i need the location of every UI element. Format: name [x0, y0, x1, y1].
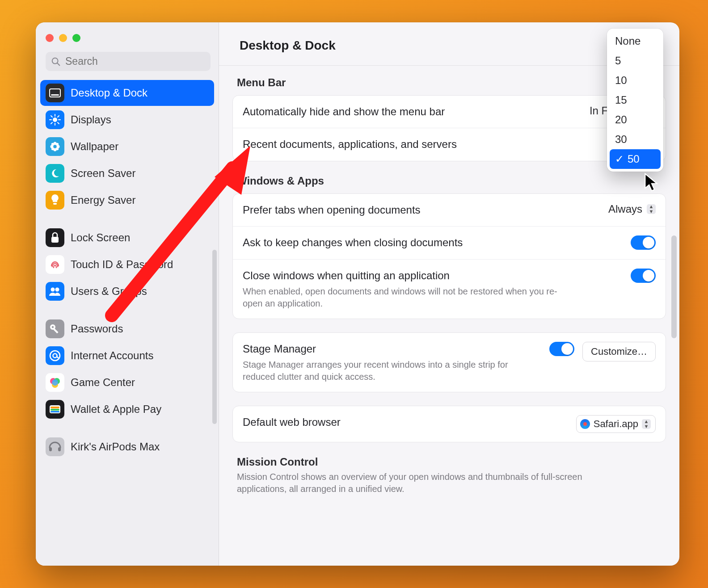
updown-caret-icon: ▲▼ [642, 419, 651, 429]
prefer-tabs-popup[interactable]: Always ▲▼ [608, 203, 656, 215]
stage-manager-desc: Stage Manager arranges your recent windo… [243, 359, 541, 383]
prefer-tabs-row: Prefer tabs when opening documents Alway… [233, 194, 666, 227]
sidebar-item-displays[interactable]: Displays [40, 107, 214, 133]
dropdown-option-20[interactable]: 20 [610, 110, 661, 130]
sidebar-item-internet-acct[interactable]: Internet Accounts [40, 343, 214, 369]
dropdown-option-30[interactable]: 30 [610, 130, 661, 149]
svg-point-30 [53, 354, 57, 358]
search-input[interactable] [65, 55, 205, 67]
sidebar-item-lock-screen[interactable]: Lock Screen [40, 225, 214, 251]
system-settings-window: Desktop & DockDisplaysWallpaperScreen Sa… [36, 22, 679, 566]
prefer-tabs-value-text: Always [608, 203, 642, 215]
svg-point-21 [54, 145, 56, 148]
airpods-icon [46, 437, 64, 456]
sidebar-item-wallpaper[interactable]: Wallpaper [40, 134, 214, 160]
recent-items-dropdown[interactable]: None510152030✓50 [607, 29, 663, 172]
sidebar-item-label: Game Center [71, 376, 135, 389]
recent-items-row: Recent documents, applications, and serv… [233, 128, 666, 160]
sidebar-item-label: Displays [71, 113, 111, 126]
sidebar-item-label: Users & Groups [71, 285, 147, 298]
svg-rect-39 [49, 447, 52, 451]
search-field-wrap[interactable] [46, 52, 211, 71]
sidebar-item-label: Wallet & Apple Pay [71, 403, 161, 416]
mouse-cursor-icon [644, 172, 660, 192]
lock-screen-icon [46, 228, 64, 247]
close-windows-quit-toggle[interactable] [631, 269, 656, 283]
autohide-menubar-label: Automatically hide and show the menu bar [243, 105, 582, 119]
svg-point-24 [51, 288, 55, 292]
dropdown-option-10[interactable]: 10 [610, 71, 661, 90]
sidebar-scrollbar[interactable] [212, 250, 217, 424]
section-mission-control-title: Mission Control [237, 456, 666, 468]
dropdown-option-50[interactable]: ✓50 [610, 149, 661, 169]
wallpaper-icon [46, 137, 64, 156]
close-windows-quit-row: Close windows when quitting an applicati… [233, 260, 666, 319]
desktop-dock-icon [46, 84, 64, 102]
stage-manager-row: Stage Manager Stage Manager arranges you… [233, 333, 666, 392]
default-browser-popup[interactable]: Safari.app ▲▼ [576, 415, 656, 433]
ask-keep-changes-toggle[interactable] [631, 235, 656, 250]
sidebar-item-energy-saver[interactable]: Energy Saver [40, 187, 214, 213]
sidebar-item-label: Kirk's AirPods Max [71, 440, 160, 454]
internet-acct-icon [46, 346, 64, 365]
users-groups-icon [46, 282, 64, 301]
svg-rect-28 [53, 328, 58, 333]
game-center-icon [46, 373, 64, 392]
stage-manager-toggle[interactable] [549, 342, 574, 356]
dropdown-option-none[interactable]: None [610, 31, 661, 51]
svg-line-10 [58, 122, 59, 124]
autohide-menubar-row: Automatically hide and show the menu bar… [233, 96, 666, 128]
check-icon: ✓ [615, 153, 624, 165]
svg-rect-40 [58, 447, 61, 451]
svg-rect-37 [51, 409, 59, 411]
minimize-window-button[interactable] [59, 34, 67, 42]
prefer-tabs-label: Prefer tabs when opening documents [243, 203, 600, 217]
dropdown-option-label: 15 [615, 94, 627, 106]
sidebar-item-wallet-pay[interactable]: Wallet & Apple Pay [40, 396, 214, 422]
sidebar-item-users-groups[interactable]: Users & Groups [40, 278, 214, 304]
svg-point-18 [56, 143, 59, 146]
svg-point-19 [51, 147, 54, 150]
sidebar: Desktop & DockDisplaysWallpaperScreen Sa… [36, 22, 219, 566]
svg-point-25 [55, 288, 59, 292]
sidebar-item-label: Lock Screen [71, 231, 130, 244]
svg-line-12 [58, 116, 59, 117]
sidebar-item-game-center[interactable]: Game Center [40, 370, 214, 395]
zoom-window-button[interactable] [72, 34, 80, 42]
dropdown-option-label: 5 [615, 55, 621, 67]
sidebar-item-desktop-dock[interactable]: Desktop & Dock [40, 80, 214, 106]
section-menu-bar-title: Menu Bar [237, 76, 666, 89]
passwords-icon [46, 319, 64, 338]
dropdown-option-label: 10 [615, 74, 627, 87]
screen-saver-icon [46, 164, 64, 183]
sidebar-item-touch-id[interactable]: Touch ID & Password [40, 252, 214, 277]
svg-point-17 [51, 143, 54, 146]
window-traffic-lights[interactable] [46, 34, 211, 42]
svg-line-9 [51, 116, 52, 117]
svg-point-27 [52, 326, 54, 328]
sidebar-item-passwords[interactable]: Passwords [40, 316, 214, 342]
page-title: Desktop & Dock [240, 38, 666, 53]
svg-rect-2 [50, 89, 60, 97]
sidebar-item-screen-saver[interactable]: Screen Saver [40, 160, 214, 186]
default-browser-card: Default web browser Safari.app ▲▼ [232, 406, 666, 442]
svg-rect-3 [51, 94, 59, 96]
dropdown-option-label: 50 [628, 153, 640, 165]
default-browser-label: Default web browser [243, 415, 568, 429]
content-scrollbar[interactable] [671, 235, 677, 338]
stage-manager-customize-button[interactable]: Customize… [582, 342, 656, 361]
sidebar-item-label: Desktop & Dock [71, 86, 148, 100]
wallet-pay-icon [46, 400, 64, 419]
dropdown-option-label: 20 [615, 113, 627, 126]
sidebar-item-label: Touch ID & Password [71, 258, 173, 271]
svg-rect-38 [51, 411, 59, 412]
svg-line-1 [57, 63, 59, 65]
svg-point-4 [53, 118, 57, 122]
dropdown-option-label: None [615, 35, 641, 47]
sidebar-item-airpods[interactable]: Kirk's AirPods Max [40, 434, 214, 460]
displays-icon [46, 110, 64, 129]
dropdown-option-15[interactable]: 15 [610, 90, 661, 110]
sidebar-item-label: Wallpaper [71, 140, 118, 153]
dropdown-option-5[interactable]: 5 [610, 51, 661, 71]
close-window-button[interactable] [46, 34, 54, 42]
